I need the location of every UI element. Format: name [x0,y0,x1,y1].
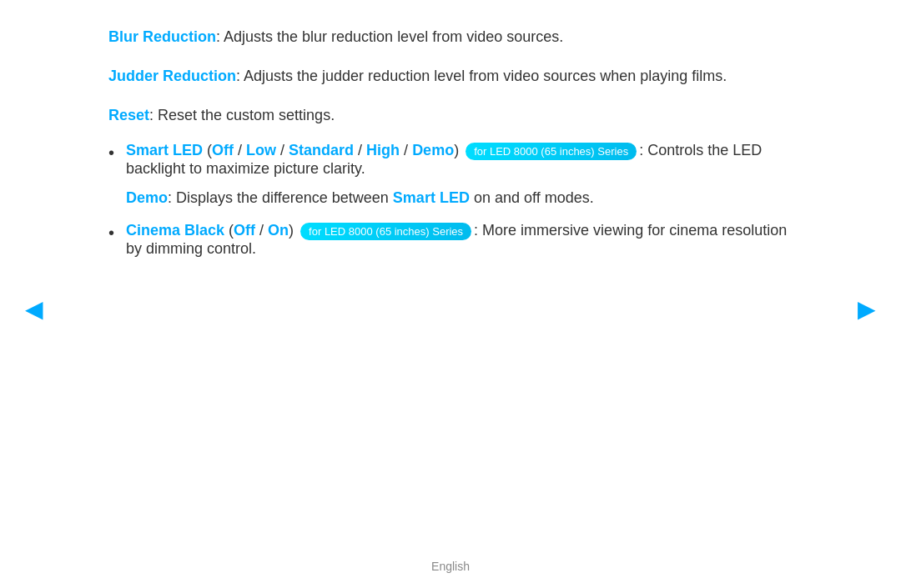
cinema-black-off: Off [234,222,255,239]
smart-led-line: Smart LED (Off / Low / Standard / High /… [126,142,793,178]
reset-desc: : Reset the custom settings. [149,107,335,123]
smart-led-slash4: / [400,142,412,158]
smart-led-close-paren: ) [454,142,459,158]
bullet-dot-smart-led: • [108,143,114,163]
smart-led-demo-sub: Demo: Displays the difference between Sm… [126,189,793,207]
blur-reduction-label: Blur Reduction [108,28,216,45]
demo-sub-label: Demo [126,189,168,206]
judder-reduction-desc: : Adjusts the judder reduction level fro… [236,68,727,84]
bullet-dot-cinema-black: • [108,224,114,243]
smart-led-open-paren: ( [203,142,212,158]
main-content: Blur Reduction: Adjusts the blur reducti… [0,0,901,258]
smart-led-slash1: / [234,142,246,158]
bullet-list: • Smart LED (Off / Low / Standard / High… [108,142,793,258]
demo-sub-desc-pre: : Displays the difference between [168,189,393,206]
nav-right-arrow[interactable]: ▶ [858,295,876,323]
demo-sub-desc-post: on and off modes. [470,189,594,206]
judder-reduction-block: Judder Reduction: Adjusts the judder red… [108,64,793,88]
smart-led-standard: Standard [289,142,354,158]
smart-led-content: Smart LED (Off / Low / Standard / High /… [126,142,793,214]
smart-led-demo-inline: Demo [412,142,454,158]
content-area: Blur Reduction: Adjusts the blur reducti… [108,25,793,258]
smart-led-item: • Smart LED (Off / Low / Standard / High… [108,142,793,214]
blur-reduction-desc: : Adjusts the blur reduction level from … [216,28,563,45]
cinema-black-line: Cinema Black (Off / On) for LED 8000 (65… [126,222,793,258]
smart-led-badge: for LED 8000 (65 inches) Series [466,143,637,160]
cinema-black-slash: / [255,222,268,239]
cinema-black-open-paren: ( [224,222,234,239]
cinema-black-item: • Cinema Black (Off / On) for LED 8000 (… [108,222,793,258]
smart-led-slash2: / [276,142,289,158]
nav-left-arrow[interactable]: ◀ [25,295,43,323]
smart-led-low: Low [246,142,276,158]
smart-led-ref: Smart LED [393,189,470,206]
cinema-black-label: Cinema Black [126,222,224,239]
smart-led-off: Off [212,142,234,158]
cinema-black-on: On [268,222,289,239]
smart-led-label: Smart LED [126,142,203,158]
reset-block: Reset: Reset the custom settings. [108,103,793,128]
cinema-black-close-paren: ) [289,222,294,239]
judder-reduction-label: Judder Reduction [108,68,236,84]
footer-language: English [431,560,470,573]
cinema-black-badge: for LED 8000 (65 inches) Series [300,223,471,240]
blur-reduction-block: Blur Reduction: Adjusts the blur reducti… [108,25,793,49]
smart-led-slash3: / [354,142,366,158]
smart-led-high: High [366,142,400,158]
reset-label: Reset [108,107,149,123]
cinema-black-content: Cinema Black (Off / On) for LED 8000 (65… [126,222,793,258]
